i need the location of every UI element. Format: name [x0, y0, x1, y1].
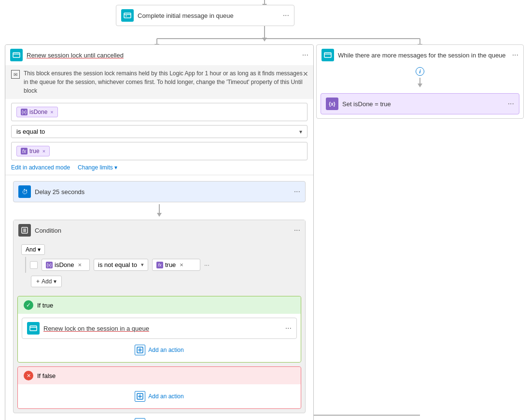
is-done-input-row[interactable]: {x} isDone ×	[11, 103, 307, 121]
add-condition-button[interactable]: + Add ▾	[31, 276, 62, 287]
set-is-done-icon: {x}	[326, 98, 338, 110]
add-chevron: ▾	[54, 278, 56, 285]
until-block: Renew session lock until cancelled ··· ✉…	[5, 44, 314, 420]
condition-operator-label: is not equal to	[98, 261, 137, 268]
condition-true-input[interactable]: fx true ×	[152, 259, 200, 271]
complete-block-icon	[121, 9, 134, 22]
svg-rect-12	[124, 13, 131, 18]
until-icon	[10, 49, 23, 61]
renew-lock-header[interactable]: Renew lock on the session in a queue ···	[22, 318, 296, 338]
if-true-add-action-label: Add an action	[148, 347, 183, 353]
until-title: Renew session lock until cancelled	[27, 52, 298, 59]
if-true-branch: ✓ If true	[17, 296, 301, 363]
condition-dots[interactable]: ···	[204, 261, 210, 268]
message-icon: ✉	[11, 70, 20, 79]
until-more[interactable]: ···	[302, 51, 308, 59]
condition-true-label: true	[165, 261, 176, 268]
is-done-tag[interactable]: {x} isDone ×	[16, 107, 58, 117]
set-is-done-title: Set isDone = true	[342, 100, 504, 108]
if-false-add-action-label-1: Add an action	[148, 393, 183, 400]
condition-true-remove[interactable]: ×	[180, 261, 183, 268]
delay-header[interactable]: ⏱ Delay 25 seconds ···	[14, 182, 305, 202]
and-label: And	[26, 246, 36, 253]
delay-block: ⏱ Delay 25 seconds ···	[13, 181, 306, 202]
condition-header[interactable]: Condition ···	[14, 220, 305, 240]
set-is-done-header[interactable]: {x} Set isDone = true ···	[321, 94, 519, 114]
condition-operator-select[interactable]: is not equal to ▾	[94, 259, 148, 271]
until-divider	[5, 175, 313, 175]
while-more[interactable]: ···	[512, 51, 518, 59]
info-close-button[interactable]: ✕	[303, 69, 308, 79]
condition-is-done-input[interactable]: {x} isDone ×	[42, 259, 90, 271]
while-icon	[321, 49, 334, 61]
condition-checkbox[interactable]	[30, 261, 38, 269]
true-remove[interactable]: ×	[42, 148, 45, 154]
svg-rect-15	[13, 53, 20, 57]
complete-block-more[interactable]: ···	[283, 11, 289, 20]
svg-marker-37	[418, 84, 422, 87]
and-section: And ▾ {x} isDone × is not equal	[14, 240, 305, 292]
if-false-label: If false	[37, 372, 56, 379]
true-tag-icon: fx	[21, 148, 28, 154]
true-tag[interactable]: fx true ×	[16, 146, 50, 156]
if-false-container: ✕ If false	[17, 366, 301, 409]
condition-fx-icon: fx	[156, 262, 163, 268]
until-links: Edit in advanced mode Change limits ▾	[11, 164, 307, 171]
if-true-label: If true	[37, 302, 53, 309]
until-bottom-add-action-icon	[135, 418, 145, 420]
if-true-add-action-btn[interactable]: Add an action	[22, 342, 297, 358]
if-true-add-action-icon	[135, 345, 145, 355]
condition-is-done-remove[interactable]: ×	[78, 261, 82, 268]
change-limits-link[interactable]: Change limits ▾	[78, 164, 117, 171]
and-dropdown[interactable]: And ▾	[21, 244, 45, 255]
true-label: true	[29, 148, 40, 154]
complete-block-header[interactable]: Complete initial message in queue ···	[116, 5, 294, 26]
condition-block: Condition ··· And ▾ {x} is	[13, 220, 306, 413]
svg-rect-23	[30, 326, 37, 331]
delay-more[interactable]: ···	[294, 187, 300, 196]
if-true-container: ✓ If true	[17, 296, 301, 363]
is-equal-to-select[interactable]: is equal to ▾	[11, 125, 307, 138]
while-info-row: i	[317, 65, 523, 77]
set-is-done-block: {x} Set isDone = true ···	[321, 93, 519, 114]
if-false-icon: ✕	[24, 371, 33, 380]
set-is-done-more[interactable]: ···	[508, 99, 514, 108]
if-true-body: Renew lock on the session in a queue ···	[18, 314, 301, 362]
is-done-remove[interactable]: ×	[50, 109, 53, 115]
condition-more[interactable]: ···	[294, 226, 300, 235]
delay-icon: ⏱	[18, 185, 31, 198]
while-info-icon[interactable]: i	[416, 67, 424, 76]
renew-lock-title: Renew lock on the session in a queue	[43, 325, 281, 332]
if-false-body: Add an action	[18, 384, 301, 408]
svg-rect-34	[324, 53, 331, 57]
complete-initial-message-block: Complete initial message in queue ···	[116, 5, 294, 26]
condition-row-outer: {x} isDone × is not equal to ▾ fx true ×	[25, 257, 301, 273]
complete-block-title: Complete initial message in queue	[138, 12, 279, 19]
while-header[interactable]: While there are more messages for the se…	[317, 45, 523, 65]
is-done-label: isDone	[29, 109, 47, 115]
until-header[interactable]: Renew session lock until cancelled ···	[5, 45, 313, 65]
renew-lock-more[interactable]: ···	[285, 324, 292, 333]
if-true-icon: ✓	[24, 300, 33, 310]
and-chevron: ▾	[38, 246, 41, 253]
change-limits-chevron: ▾	[114, 164, 117, 171]
until-inner: ⏱ Delay 25 seconds ···	[5, 179, 313, 420]
info-banner: ✉ This block ensures the session lock re…	[5, 65, 313, 99]
add-label: Add	[42, 278, 52, 285]
if-false-header: ✕ If false	[18, 367, 301, 384]
while-block-inner: While there are more messages for the se…	[316, 44, 524, 119]
add-plus: +	[36, 278, 40, 285]
renew-lock-icon	[27, 322, 40, 335]
svg-marker-18	[157, 213, 162, 217]
true-input-row[interactable]: fx true ×	[11, 142, 307, 160]
while-arrow	[317, 77, 523, 89]
if-false-add-action-btn-1[interactable]: Add an action	[22, 388, 297, 405]
renew-lock-block: Renew lock on the session in a queue ···	[22, 318, 297, 339]
condition-operator-chevron: ▾	[141, 262, 144, 268]
edit-advanced-link[interactable]: Edit in advanced mode	[11, 164, 70, 171]
condition-title: Condition	[35, 227, 290, 234]
while-title: While there are more messages for the se…	[338, 52, 508, 59]
until-bottom-add-action-btn[interactable]: Add an action	[9, 415, 309, 420]
delay-title: Delay 25 seconds	[35, 188, 290, 196]
if-false-add-action-icon-1	[135, 391, 145, 402]
